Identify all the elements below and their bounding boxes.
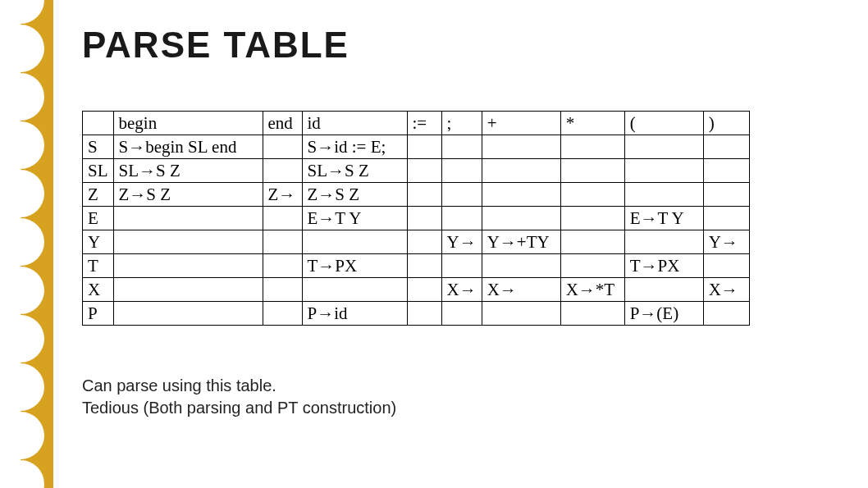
scalloped-bar-icon: [0, 0, 66, 488]
table-row: SLSL→S ZSL→S Z: [83, 159, 750, 183]
row-nonterminal: T: [83, 254, 114, 278]
table-cell: [441, 254, 482, 278]
table-cell: [407, 302, 441, 326]
table-cell: [407, 254, 441, 278]
table-cell: [263, 278, 302, 302]
table-cell: [263, 254, 302, 278]
slide-content: PARSE TABLE begin end id := ; + * ( ) SS…: [66, 0, 852, 488]
header-star: *: [560, 112, 624, 135]
svg-point-5: [0, 170, 44, 217]
svg-point-11: [0, 460, 44, 488]
table-row: ZZ→S ZZ→Z→S Z: [83, 183, 750, 207]
table-cell: [113, 254, 263, 278]
header-id: id: [302, 112, 407, 135]
svg-point-6: [0, 218, 44, 266]
table-cell: [624, 278, 703, 302]
table-cell: [482, 135, 560, 159]
table-cell: [302, 230, 407, 254]
table-cell: [624, 230, 703, 254]
table-cell: [560, 230, 624, 254]
table-cell: [560, 135, 624, 159]
table-cell: T→PX: [624, 254, 703, 278]
header-lparen: (: [624, 112, 703, 135]
table-cell: S→begin SL end: [113, 135, 263, 159]
table-cell: [703, 159, 749, 183]
header-rparen: ): [703, 112, 749, 135]
header-end: end: [263, 112, 302, 135]
slide-title: PARSE TABLE: [82, 25, 835, 66]
table-cell: [703, 135, 749, 159]
table-cell: [624, 183, 703, 207]
table-cell: Z→S Z: [113, 183, 263, 207]
table-cell: [560, 159, 624, 183]
table-cell: [441, 159, 482, 183]
svg-point-1: [0, 0, 44, 24]
table-cell: Y→: [441, 230, 482, 254]
header-plus: +: [482, 112, 560, 135]
row-nonterminal: S: [83, 135, 114, 159]
row-nonterminal: P: [83, 302, 114, 326]
table-cell: [441, 135, 482, 159]
table-cell: [703, 207, 749, 230]
table-cell: [407, 183, 441, 207]
table-cell: P→(E): [624, 302, 703, 326]
svg-point-8: [0, 315, 44, 363]
table-cell: [560, 302, 624, 326]
table-row: SS→begin SL endS→id := E;: [83, 135, 750, 159]
table-cell: [560, 183, 624, 207]
table-cell: X→: [703, 278, 749, 302]
table-cell: [703, 183, 749, 207]
table-cell: [482, 254, 560, 278]
table-row: EE→T YE→T Y: [83, 207, 750, 230]
table-cell: [624, 135, 703, 159]
table-cell: X→: [482, 278, 560, 302]
table-cell: [624, 159, 703, 183]
parse-table: begin end id := ; + * ( ) SS→begin SL en…: [82, 111, 750, 326]
footer-line-1: Can parse using this table.: [82, 375, 835, 397]
table-cell: [703, 254, 749, 278]
header-semi: ;: [441, 112, 482, 135]
table-cell: [113, 278, 263, 302]
table-cell: [263, 302, 302, 326]
svg-point-4: [0, 121, 44, 169]
table-cell: [113, 207, 263, 230]
table-cell: E→T Y: [302, 207, 407, 230]
table-cell: Z→S Z: [302, 183, 407, 207]
svg-rect-0: [21, 0, 53, 488]
row-nonterminal: Z: [83, 183, 114, 207]
header-blank: [83, 112, 114, 135]
table-row: PP→idP→(E): [83, 302, 750, 326]
table-cell: [263, 159, 302, 183]
table-row: YY→Y→+TYY→: [83, 230, 750, 254]
table-cell: [263, 135, 302, 159]
table-header-row: begin end id := ; + * ( ): [83, 112, 750, 135]
table-cell: SL→S Z: [113, 159, 263, 183]
table-cell: [560, 254, 624, 278]
table-cell: Y→+TY: [482, 230, 560, 254]
table-cell: [263, 230, 302, 254]
table-row: XX→X→X→*TX→: [83, 278, 750, 302]
table-cell: [482, 207, 560, 230]
table-cell: [441, 183, 482, 207]
slide-footer: Can parse using this table. Tedious (Bot…: [82, 375, 835, 419]
table-cell: [482, 183, 560, 207]
table-body: SS→begin SL endS→id := E;SLSL→S ZSL→S ZZ…: [83, 135, 750, 326]
table-cell: SL→S Z: [302, 159, 407, 183]
table-cell: [407, 207, 441, 230]
table-cell: [407, 230, 441, 254]
table-cell: [407, 159, 441, 183]
table-cell: [407, 278, 441, 302]
header-assign: :=: [407, 112, 441, 135]
table-cell: Y→: [703, 230, 749, 254]
table-cell: [302, 278, 407, 302]
table-cell: Z→: [263, 183, 302, 207]
table-cell: X→: [441, 278, 482, 302]
header-begin: begin: [113, 112, 263, 135]
row-nonterminal: X: [83, 278, 114, 302]
row-nonterminal: Y: [83, 230, 114, 254]
table-cell: [263, 207, 302, 230]
table-cell: [113, 230, 263, 254]
table-cell: E→T Y: [624, 207, 703, 230]
table-cell: T→PX: [302, 254, 407, 278]
svg-point-7: [0, 267, 44, 314]
